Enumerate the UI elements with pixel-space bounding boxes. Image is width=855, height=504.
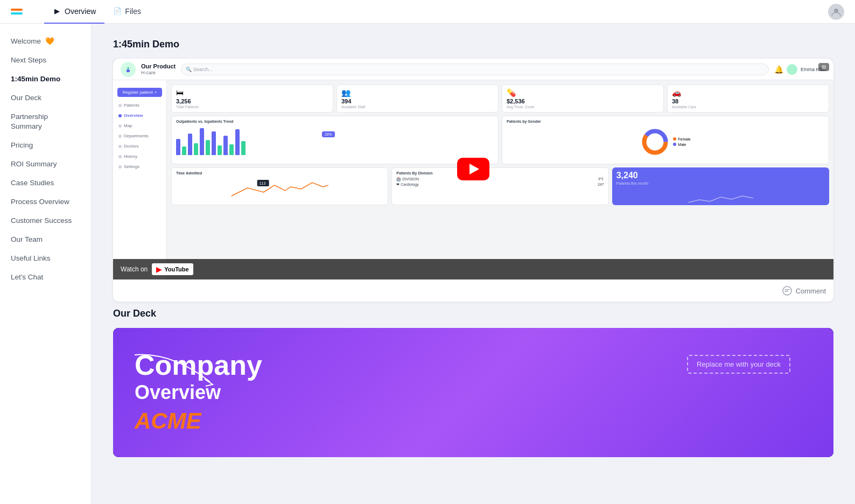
- overview-icon: ▶: [53, 7, 61, 16]
- video-card: Our Product H-care 🔍 Search... 🔔 Emma KS…: [113, 59, 833, 302]
- content-area: 1:45min Demo Our Product: [92, 24, 855, 504]
- dash-stats-row: 🛏 3,256 Total Patients 👥 394 Available S…: [171, 85, 829, 113]
- play-button[interactable]: [457, 158, 489, 180]
- deck-overview-label: Overview: [135, 381, 812, 404]
- sidebar-item-roi-summary[interactable]: ROI Summary: [0, 155, 91, 174]
- dash-bottom-row: Time Admitted 113 Patients By Division: [171, 167, 829, 205]
- app-logo: [11, 9, 23, 15]
- svg-rect-1: [127, 69, 130, 72]
- card-time-admitted: Time Admitted 113: [171, 167, 388, 205]
- main-layout: Welcome 🧡 Next Steps 1:45min Demo Our De…: [0, 24, 855, 504]
- copy-icon[interactable]: ⊞: [818, 63, 829, 71]
- youtube-logo: ▶ YouTube: [152, 263, 193, 275]
- section1-title: 1:45min Demo: [113, 39, 833, 50]
- deck-replace-placeholder: Replace me with your deck: [687, 355, 790, 374]
- tab-overview[interactable]: ▶ Overview: [44, 0, 104, 24]
- dash-search: 🔍 Search...: [181, 64, 769, 75]
- deck-card: Replace me with your deck Company Overvi…: [113, 328, 833, 457]
- stat-available-cars: 🚗 38 Available Cars: [667, 85, 829, 113]
- comment-label: Comment: [796, 287, 826, 295]
- sidebar-item-process-overview[interactable]: Process Overview: [0, 193, 91, 212]
- sidebar-item-case-studies[interactable]: Case Studies: [0, 174, 91, 193]
- sidebar-item-our-team[interactable]: Our Team: [0, 230, 91, 249]
- comment-icon: [782, 285, 793, 296]
- nav-tabs: ▶ Overview 📄 Files: [44, 0, 828, 24]
- dash-nav-map: Map: [113, 121, 166, 131]
- sidebar-item-useful-links[interactable]: Useful Links: [0, 249, 91, 268]
- sidebar-item-pricing[interactable]: Pricing: [0, 136, 91, 155]
- dash-sidebar-inner: Register patient + Patients Overview Map: [113, 80, 167, 279]
- sidebar-item-partnership-summary[interactable]: Partnership Summary: [0, 108, 91, 137]
- comment-row[interactable]: Comment: [113, 279, 833, 302]
- youtube-icon: ▶: [156, 265, 162, 274]
- tab-files-label: Files: [125, 7, 141, 16]
- sidebar-item-lets-chat[interactable]: Let's Chat: [0, 268, 91, 287]
- top-nav: ▶ Overview 📄 Files: [0, 0, 855, 24]
- sidebar-item-demo[interactable]: 1:45min Demo: [0, 70, 91, 89]
- youtube-text: YouTube: [164, 266, 188, 272]
- svg-point-7: [783, 286, 791, 295]
- dash-product-subtitle: H-care: [141, 70, 176, 76]
- dash-nav-settings: Settings: [113, 162, 166, 172]
- logo-bar-cyan: [11, 12, 23, 15]
- sidebar-item-customer-success[interactable]: Customer Success: [0, 212, 91, 230]
- card-patients-this-month: 3,240 Patients this month: [612, 167, 829, 205]
- dash-nav-history: History: [113, 151, 166, 162]
- watch-on-youtube-bar: Watch on ▶ YouTube: [113, 259, 833, 279]
- dash-product-title: Our Product: [141, 63, 176, 70]
- dash-nav-patients: Patients: [113, 100, 166, 110]
- dash-nav-doctors: Doctors: [113, 141, 166, 151]
- svg-text:113: 113: [260, 181, 266, 185]
- dash-nav-departments: Departments: [113, 131, 166, 141]
- sidebar-item-welcome[interactable]: Welcome 🧡: [0, 32, 91, 51]
- tab-overview-label: Overview: [65, 7, 96, 16]
- deck-arrow-icon: [129, 349, 226, 393]
- stat-total-patients: 🛏 3,256 Total Patients: [171, 85, 333, 113]
- dash-header: Our Product H-care 🔍 Search... 🔔 Emma KS…: [113, 59, 833, 80]
- play-triangle-icon: [469, 164, 479, 174]
- dash-avatar: [787, 64, 797, 75]
- deck-background: Replace me with your deck Company Overvi…: [113, 328, 833, 457]
- stat-available-staff: 👥 394 Available Staff: [337, 85, 499, 113]
- card-patients-by-division: Patients By Division 🏥 DIVISIONPT. ❤ Car…: [391, 167, 608, 205]
- deck-acme-label: ACME: [135, 408, 812, 434]
- sidebar-item-our-deck[interactable]: Our Deck: [0, 89, 91, 108]
- dash-logo: [121, 62, 136, 77]
- tab-files[interactable]: 📄 Files: [104, 0, 150, 24]
- files-icon: 📄: [113, 7, 122, 16]
- video-embed[interactable]: Our Product H-care 🔍 Search... 🔔 Emma KS…: [113, 59, 833, 279]
- section2-title: Our Deck: [113, 308, 833, 319]
- stat-avg-treat: 💊 $2,536 Avg Treat. Costs: [502, 85, 664, 113]
- sidebar-item-next-steps[interactable]: Next Steps: [0, 51, 91, 70]
- sidebar: Welcome 🧡 Next Steps 1:45min Demo Our De…: [0, 24, 92, 504]
- register-patient-btn: Register patient +: [117, 88, 162, 97]
- mini-bar-chart: [176, 125, 494, 155]
- dash-nav-overview: Overview: [113, 110, 166, 121]
- watch-on-label: Watch on: [121, 265, 148, 273]
- dash-main-content: 🛏 3,256 Total Patients 👥 394 Available S…: [167, 80, 833, 279]
- user-avatar[interactable]: [828, 4, 844, 20]
- logo-bar-orange: [11, 9, 23, 11]
- chart-patients-by-gender: Patients by Gender Female: [502, 116, 829, 164]
- dash-charts-row: Outpatients vs. Inpatients Trend: [171, 116, 829, 164]
- chart-outpatients-trend: Outpatients vs. Inpatients Trend: [171, 116, 499, 164]
